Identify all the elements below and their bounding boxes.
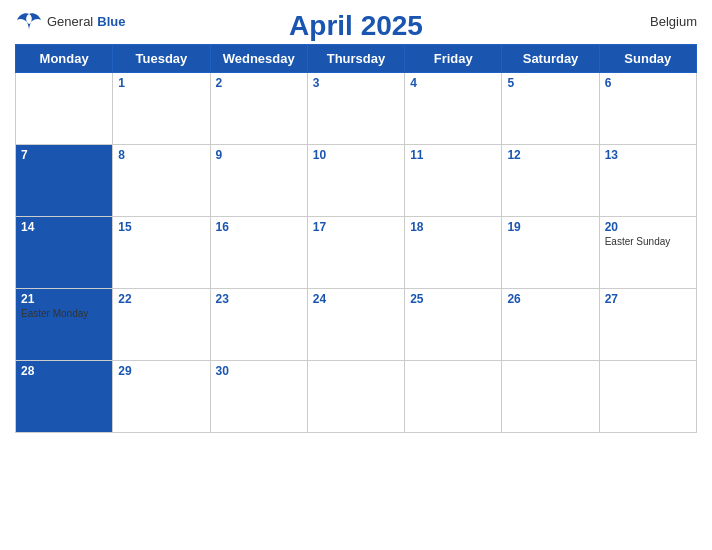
month-title: April 2025 [289,10,423,42]
week-row-3: 14151617181920Easter Sunday [16,217,697,289]
calendar-cell: 30 [210,361,307,433]
day-number: 15 [118,220,204,234]
day-number: 18 [410,220,496,234]
calendar-cell: 24 [307,289,404,361]
country-label: Belgium [650,14,697,29]
calendar-cell: 7 [16,145,113,217]
day-number: 22 [118,292,204,306]
calendar-cell: 17 [307,217,404,289]
day-number: 27 [605,292,691,306]
calendar-cell: 11 [405,145,502,217]
day-number: 29 [118,364,204,378]
day-number: 14 [21,220,107,234]
weekday-header-monday: Monday [16,45,113,73]
day-number: 4 [410,76,496,90]
calendar-cell: 13 [599,145,696,217]
weekday-header-wednesday: Wednesday [210,45,307,73]
calendar-cell: 27 [599,289,696,361]
week-row-1: 123456 [16,73,697,145]
day-number: 7 [21,148,107,162]
calendar-cell: 16 [210,217,307,289]
page-header: General Blue April 2025 Belgium [15,10,697,32]
calendar-cell: 9 [210,145,307,217]
calendar-cell [502,361,599,433]
calendar-cell: 18 [405,217,502,289]
day-number: 26 [507,292,593,306]
weekday-header-friday: Friday [405,45,502,73]
calendar-cell: 12 [502,145,599,217]
calendar-cell: 20Easter Sunday [599,217,696,289]
day-number: 21 [21,292,107,306]
week-row-5: 282930 [16,361,697,433]
calendar-cell: 5 [502,73,599,145]
day-number: 25 [410,292,496,306]
calendar-cell: 19 [502,217,599,289]
logo: General Blue [15,10,125,32]
calendar-cell [307,361,404,433]
calendar-cell [405,361,502,433]
day-number: 5 [507,76,593,90]
calendar-cell: 29 [113,361,210,433]
week-row-2: 78910111213 [16,145,697,217]
day-number: 10 [313,148,399,162]
calendar-cell: 4 [405,73,502,145]
calendar-cell: 25 [405,289,502,361]
week-row-4: 21Easter Monday222324252627 [16,289,697,361]
calendar-cell [16,73,113,145]
calendar-cell: 2 [210,73,307,145]
day-number: 1 [118,76,204,90]
day-number: 23 [216,292,302,306]
day-number: 6 [605,76,691,90]
day-number: 2 [216,76,302,90]
calendar-cell: 8 [113,145,210,217]
day-number: 16 [216,220,302,234]
day-number: 9 [216,148,302,162]
calendar-cell: 1 [113,73,210,145]
day-number: 13 [605,148,691,162]
weekday-header-sunday: Sunday [599,45,696,73]
day-number: 17 [313,220,399,234]
calendar-cell: 15 [113,217,210,289]
logo-bird-icon [15,10,43,32]
calendar-cell [599,361,696,433]
weekday-header-thursday: Thursday [307,45,404,73]
calendar-cell: 26 [502,289,599,361]
day-number: 19 [507,220,593,234]
calendar-cell: 14 [16,217,113,289]
day-number: 24 [313,292,399,306]
calendar-cell: 21Easter Monday [16,289,113,361]
day-number: 3 [313,76,399,90]
day-number: 30 [216,364,302,378]
calendar-cell: 6 [599,73,696,145]
event-label: Easter Sunday [605,236,691,247]
logo-blue-text: Blue [97,14,125,29]
logo-general-text: General [47,14,93,29]
day-number: 28 [21,364,107,378]
calendar-table: MondayTuesdayWednesdayThursdayFridaySatu… [15,44,697,433]
calendar-cell: 10 [307,145,404,217]
weekday-header-saturday: Saturday [502,45,599,73]
weekday-header-row: MondayTuesdayWednesdayThursdayFridaySatu… [16,45,697,73]
day-number: 20 [605,220,691,234]
weekday-header-tuesday: Tuesday [113,45,210,73]
calendar-cell: 22 [113,289,210,361]
calendar-cell: 23 [210,289,307,361]
event-label: Easter Monday [21,308,107,319]
day-number: 12 [507,148,593,162]
calendar-cell: 3 [307,73,404,145]
day-number: 11 [410,148,496,162]
day-number: 8 [118,148,204,162]
calendar-cell: 28 [16,361,113,433]
